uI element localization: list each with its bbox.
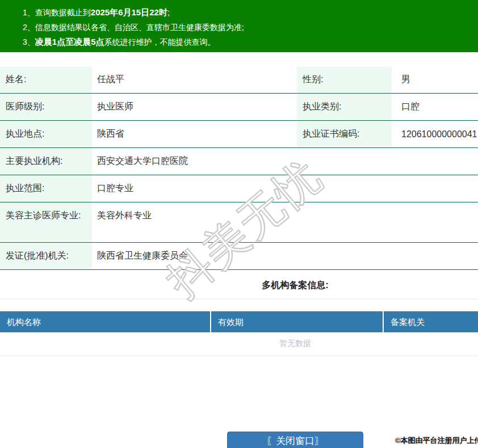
column-header-record-authority: 备案机关: [384, 311, 478, 332]
notice-number: 3、: [23, 37, 35, 47]
field-label-name: 姓名:: [0, 66, 92, 93]
field-value-name: 任战平: [92, 66, 297, 93]
info-row-main-institution: 主要执业机构: 西安交通大学口腔医院: [0, 148, 478, 175]
field-value-cosmetic-specialty: 美容外科专业: [92, 202, 478, 242]
notice-line: 2、信息数据结果以各省、自治区、直辖市卫生健康委数据为准;: [23, 20, 478, 35]
field-label-issuing-authority: 发证(批准)机关:: [0, 243, 92, 269]
notice-banner: 1、查询数据截止到2025年6月15日22时; 2、信息数据结果以各省、自治区、…: [0, 0, 478, 52]
notice-line: 3、凌晨1点至凌晨5点系统进行维护，不能提供查询。: [23, 35, 478, 49]
result-page: 1、查询数据截止到2025年6月15日22时; 2、信息数据结果以各省、自治区、…: [0, 0, 478, 448]
notice-bold-text: 凌晨1点至凌晨5点: [35, 37, 104, 47]
notice-line: 1、查询数据截止到2025年6月15日22时;: [23, 5, 478, 20]
field-label-cosmetic-specialty: 美容主诊医师专业:: [0, 202, 92, 242]
notice-text: ;: [167, 8, 170, 17]
field-label-practice-scope: 执业范围:: [0, 175, 92, 202]
doctor-info-table: 姓名: 任战平 性别: 男 医师级别: 执业医师 执业类别: 口腔 执业地点: …: [0, 66, 478, 270]
column-header-institution-name: 机构名称: [0, 311, 211, 332]
field-value-practice-category: 口腔: [392, 94, 478, 120]
column-header-validity-period: 有效期: [211, 311, 384, 332]
field-value-main-institution: 西安交通大学口腔医院: [92, 148, 478, 175]
field-value-issuing-authority: 陕西省卫生健康委员会: [92, 243, 478, 269]
image-credit-text: ©本图由平台注册用户上传: [395, 436, 478, 446]
field-label-main-institution: 主要执业机构:: [0, 148, 92, 175]
notice-number: 1、: [23, 8, 35, 17]
notice-bold-text: 2025年6月15日22时: [91, 7, 167, 17]
info-cell: 执业类别: 口腔: [297, 94, 478, 120]
field-value-practice-location: 陕西省: [92, 121, 297, 147]
records-empty-placeholder: 暂无数据: [0, 332, 478, 356]
info-cell: 执业证书编码: 120610000000041: [297, 121, 478, 147]
notice-text: 信息数据结果以各省、自治区、直辖市卫生健康委数据为准;: [35, 23, 244, 32]
info-row-practice-scope: 执业范围: 口腔专业: [0, 175, 478, 202]
field-label-gender: 性别:: [297, 66, 392, 93]
field-label-certificate-number: 执业证书编码:: [297, 121, 392, 147]
info-cell: 执业地点: 陕西省: [0, 121, 297, 147]
field-value-doctor-level: 执业医师: [92, 94, 297, 120]
info-cell: 性别: 男: [297, 66, 478, 93]
multi-institution-section-title: 多机构备案信息:: [0, 270, 478, 299]
info-row-cosmetic-specialty: 美容主诊医师专业: 美容外科专业: [0, 202, 478, 243]
field-value-practice-scope: 口腔专业: [92, 175, 478, 202]
info-row-level-category: 医师级别: 执业医师 执业类别: 口腔: [0, 94, 478, 121]
notice-number: 2、: [23, 23, 35, 32]
records-table-header: 机构名称 有效期 备案机关: [0, 311, 478, 332]
info-row-location-certificate: 执业地点: 陕西省 执业证书编码: 120610000000041: [0, 121, 478, 148]
info-cell: 医师级别: 执业医师: [0, 94, 297, 120]
close-window-button[interactable]: 〖关闭窗口〗: [227, 432, 363, 448]
field-value-certificate-number: 120610000000041: [392, 121, 478, 147]
info-cell: 姓名: 任战平: [0, 66, 297, 93]
notice-text: 系统进行维护，不能提供查询。: [104, 37, 215, 47]
info-row-name-gender: 姓名: 任战平 性别: 男: [0, 66, 478, 94]
notice-text: 查询数据截止到: [35, 8, 91, 17]
info-row-issuing-authority: 发证(批准)机关: 陕西省卫生健康委员会: [0, 243, 478, 270]
field-value-gender: 男: [392, 66, 478, 93]
field-label-practice-category: 执业类别:: [297, 94, 392, 120]
field-label-practice-location: 执业地点:: [0, 121, 92, 147]
field-label-doctor-level: 医师级别:: [0, 94, 92, 120]
